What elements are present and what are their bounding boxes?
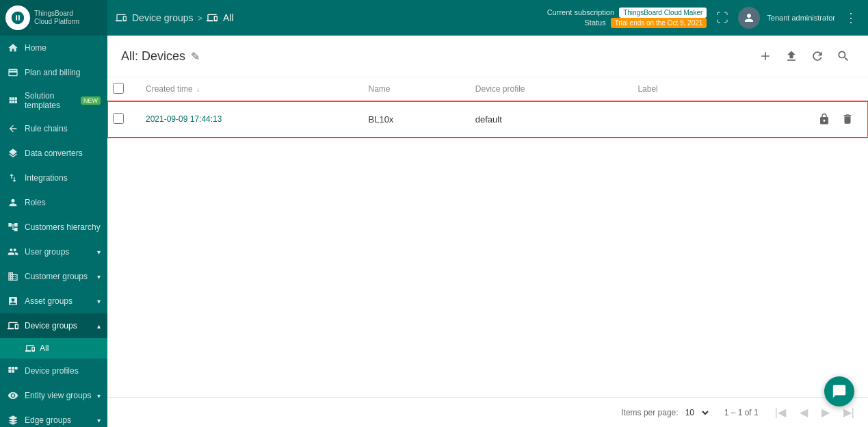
pagination-info: 1 – 1 of 1 xyxy=(724,408,759,417)
topbar: Device groups > All Current subscription… xyxy=(107,0,868,36)
sidebar-item-plan-billing-label: Plan and billing xyxy=(25,68,101,77)
sidebar-subitem-all[interactable]: All xyxy=(0,338,107,359)
subscription-badge: ThingsBoard Cloud Maker xyxy=(619,8,707,18)
table-container: Created time ↓ Name Device profile Label xyxy=(107,77,868,397)
row-checkbox[interactable] xyxy=(113,113,124,124)
select-all-checkbox[interactable] xyxy=(113,83,124,94)
page-header: All: Devices ✎ xyxy=(107,36,868,77)
status-badge: Trial ends on the Oct 9, 2021 xyxy=(611,18,707,28)
search-button[interactable] xyxy=(832,45,854,67)
edge-icon xyxy=(7,414,19,426)
sidebar-item-customer-groups[interactable]: Customer groups ▾ xyxy=(0,264,107,289)
edit-icon[interactable]: ✎ xyxy=(191,50,200,63)
table-header-row: Created time ↓ Name Device profile Label xyxy=(107,77,868,101)
add-button[interactable] xyxy=(754,45,776,67)
main-content: Device groups > All Current subscription… xyxy=(107,0,868,427)
sidebar-item-solution-templates[interactable]: Solution templates NEW xyxy=(0,85,107,116)
sidebar-logo[interactable]: ThingsBoard Cloud Platform xyxy=(0,0,107,36)
sidebar-item-customers-hierarchy[interactable]: Customers hierarchy xyxy=(0,215,107,240)
fullscreen-icon[interactable]: ⛶ xyxy=(713,8,731,28)
svg-rect-2 xyxy=(15,367,18,370)
hierarchy-icon xyxy=(7,221,19,233)
sidebar-item-edge-groups[interactable]: Edge groups ▾ xyxy=(0,408,107,427)
business-icon xyxy=(7,270,19,283)
layers-icon xyxy=(7,147,19,159)
next-page-button[interactable]: ▶ xyxy=(819,403,832,422)
devices-icon xyxy=(7,320,19,332)
subscription-info: Current subscription ThingsBoard Cloud M… xyxy=(547,8,707,28)
upload-button[interactable] xyxy=(780,45,802,67)
table-row[interactable]: 2021-09-09 17:44:13 BL10x default xyxy=(107,101,868,138)
items-per-page-label: Items per page: xyxy=(621,408,678,417)
topbar-user: Tenant administrator xyxy=(767,14,835,22)
sidebar-item-plan-billing[interactable]: Plan and billing xyxy=(0,60,107,85)
avatar[interactable] xyxy=(738,7,760,29)
breadcrumb-current: All xyxy=(207,12,234,23)
breadcrumb-separator: > xyxy=(198,13,203,23)
credit-card-icon xyxy=(7,66,19,79)
first-page-button[interactable]: |◀ xyxy=(772,403,789,422)
sidebar-item-roles-label: Roles xyxy=(25,198,101,207)
topbar-right: Current subscription ThingsBoard Cloud M… xyxy=(547,7,860,29)
svg-rect-0 xyxy=(8,367,11,370)
sidebar-item-integrations-label: Integrations xyxy=(25,173,101,183)
manage-credentials-button[interactable] xyxy=(815,109,834,129)
sidebar-item-customers-hierarchy-label: Customers hierarchy xyxy=(25,222,101,232)
sidebar-item-home-label: Home xyxy=(25,43,101,53)
sort-desc-icon: ↓ xyxy=(196,86,200,93)
sidebar-item-home[interactable]: Home xyxy=(0,36,107,60)
sidebar-item-rule-chains-label: Rule chains xyxy=(25,124,101,133)
page-title: All: Devices xyxy=(121,49,185,64)
sidebar-item-asset-groups[interactable]: Asset groups ▾ xyxy=(0,289,107,313)
breadcrumb-parent[interactable]: Device groups xyxy=(116,12,194,23)
table-footer: Items per page: 10 20 50 100 1 – 1 of 1 … xyxy=(107,397,868,427)
select-all-header[interactable] xyxy=(107,77,135,101)
col-actions xyxy=(722,77,868,101)
items-per-page-select[interactable]: 10 20 50 100 xyxy=(683,407,711,418)
sidebar-item-user-groups[interactable]: User groups ▾ xyxy=(0,240,107,264)
sidebar-item-rule-chains[interactable]: Rule chains xyxy=(0,116,107,141)
customer-groups-chevron: ▾ xyxy=(97,273,101,281)
refresh-button[interactable] xyxy=(806,45,828,67)
sidebar-item-integrations[interactable]: Integrations xyxy=(0,166,107,190)
sidebar-item-data-converters-label: Data converters xyxy=(25,148,101,158)
sidebar-item-entity-view-groups-label: Entity view groups xyxy=(25,391,97,400)
prev-page-button[interactable]: ◀ xyxy=(797,403,811,422)
sidebar-item-user-groups-label: User groups xyxy=(25,247,97,257)
device-profile-icon xyxy=(7,365,19,377)
entity-view-groups-chevron: ▾ xyxy=(97,392,101,400)
row-checkbox-cell[interactable] xyxy=(107,101,135,138)
sidebar-item-roles[interactable]: Roles xyxy=(0,190,107,215)
col-name[interactable]: Name xyxy=(358,77,464,101)
sidebar-item-asset-groups-label: Asset groups xyxy=(25,296,97,306)
sidebar-item-device-profiles[interactable]: Device profiles xyxy=(0,359,107,383)
home-icon xyxy=(7,42,19,54)
row-device-profile: default xyxy=(464,101,627,138)
sidebar-item-solution-templates-label: Solution templates xyxy=(25,91,78,110)
col-device-profile[interactable]: Device profile xyxy=(464,77,627,101)
col-label[interactable]: Label xyxy=(627,77,722,101)
sidebar-item-device-groups[interactable]: Device groups ▴ xyxy=(0,313,107,338)
page-actions xyxy=(754,45,854,67)
sidebar-item-device-groups-label: Device groups xyxy=(25,321,97,331)
svg-rect-3 xyxy=(8,370,11,373)
row-label xyxy=(627,101,722,138)
sidebar-item-data-converters[interactable]: Data converters xyxy=(0,141,107,166)
swap-icon xyxy=(7,172,19,184)
logo-icon xyxy=(5,5,30,30)
device-groups-chevron: ▴ xyxy=(97,322,101,330)
status-label: Status xyxy=(584,18,605,27)
delete-button[interactable] xyxy=(838,109,857,129)
people-icon xyxy=(7,246,19,258)
user-groups-chevron: ▾ xyxy=(97,248,101,256)
edge-groups-chevron: ▾ xyxy=(97,417,101,424)
sidebar-item-entity-view-groups[interactable]: Entity view groups ▾ xyxy=(0,383,107,408)
sidebar-item-edge-groups-label: Edge groups xyxy=(25,415,97,425)
content-area: All: Devices ✎ xyxy=(107,36,868,427)
chat-fab[interactable] xyxy=(824,376,854,406)
col-created-time[interactable]: Created time ↓ xyxy=(135,77,358,101)
asset-groups-icon xyxy=(7,295,19,307)
more-vert-icon[interactable]: ⋮ xyxy=(842,8,860,28)
sidebar-item-customer-groups-label: Customer groups xyxy=(25,272,97,281)
sidebar-item-device-profiles-label: Device profiles xyxy=(25,366,101,376)
